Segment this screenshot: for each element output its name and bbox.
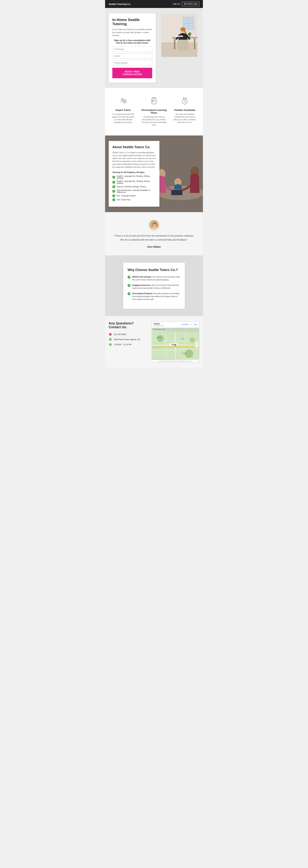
subject-item: ESL: Language Studies xyxy=(112,194,156,197)
about-title: About Seattle Tutors Co. xyxy=(112,145,156,149)
call-label: Call Us: xyxy=(173,3,180,5)
schedule-icon xyxy=(172,97,197,106)
svg-point-40 xyxy=(153,222,156,225)
contact-address-item: 5250 North Road, Atlanta, GA xyxy=(109,338,148,341)
why-section: Why Choose Seattle Tutors Co.? Efficient… xyxy=(105,255,203,316)
check-icon xyxy=(112,185,115,188)
why-title: Why Choose Seattle Tutors Co.? xyxy=(128,268,180,272)
subject-item: Special Education: Learning Disabilities… xyxy=(112,189,156,193)
hero-form-box: In-Home Seattle Tutoring Let us help you… xyxy=(109,13,156,83)
hero-photo xyxy=(161,13,197,57)
hero-title: In-Home Seattle Tutoring xyxy=(112,18,152,26)
map-city: Atlanta xyxy=(154,323,164,325)
email-input[interactable] xyxy=(112,53,152,59)
contact-title-line2: Contact Us: xyxy=(109,325,148,329)
save-link[interactable]: Save xyxy=(193,323,197,326)
contact-title: Any Questions? Contact Us: xyxy=(109,321,148,329)
feature-learning-plans-title: Personalized Learning Plans xyxy=(141,109,167,114)
svg-text:Smyrna: Smyrna xyxy=(182,352,186,354)
why-point: Engaging Instructors: All of our instruc… xyxy=(128,284,180,290)
check-icon xyxy=(128,284,130,287)
location-icon xyxy=(109,338,112,341)
hero-subtitle: Let us help you improve your grades and … xyxy=(112,28,152,37)
contact-hours: 7:00 AM - 11:30 PM xyxy=(114,343,131,346)
check-icon xyxy=(112,198,115,201)
svg-rect-15 xyxy=(176,35,183,37)
svg-rect-6 xyxy=(174,38,175,49)
navbar: Seattle Tutoring Co. Call Us: 567-876-12… xyxy=(105,0,203,8)
svg-text:Tucker: Tucker xyxy=(181,338,184,339)
hero-image xyxy=(159,13,199,57)
map-body: Atlanta Marietta Tucker Smyrna + − xyxy=(152,331,199,360)
svg-text:✆: ✆ xyxy=(110,334,111,336)
feature-expert-tutors: Expert Tutors Our experienced tutors wil… xyxy=(109,95,138,128)
check-icon xyxy=(112,194,115,197)
feature-learning-plans: Personalized Learning Plans Get learning… xyxy=(140,95,168,128)
subject-item: Text / Exam Prep xyxy=(112,198,156,201)
why-points-list: Efficient and strategic: Our sessions an… xyxy=(128,276,180,301)
svg-rect-37 xyxy=(171,190,182,195)
svg-line-30 xyxy=(185,102,186,102)
testimonial-name: Alice Walker xyxy=(112,245,196,248)
why-point: Efficient and strategic: Our sessions an… xyxy=(128,276,180,281)
hero-cta-text: Sign up for a free consultation with one… xyxy=(112,39,152,44)
svg-text:+: + xyxy=(196,342,197,344)
subjects-list: English: Language Arts, Reading, Writing… xyxy=(112,175,156,201)
map-actions: Directions ★ Save xyxy=(182,323,197,326)
about-subjects-title: Tutoring for All Subjects, All Ages: xyxy=(112,171,156,173)
svg-point-44 xyxy=(110,339,111,340)
why-point: Personalized Programs: We pride ourselve… xyxy=(128,292,180,301)
hero-section: In-Home Seattle Tutoring Let us help you… xyxy=(105,8,203,88)
map-location: Atlanta Georgia, USA xyxy=(154,323,164,327)
phone-input[interactable] xyxy=(112,60,152,66)
map-container[interactable]: Atlanta Georgia, USA Directions ★ Save V… xyxy=(152,321,199,363)
svg-point-56 xyxy=(175,345,176,346)
subject-item: English: Language Arts, Reading, Writing… xyxy=(112,175,156,179)
contact-info: Any Questions? Contact Us: ✆ 512-467-890… xyxy=(109,321,148,348)
feature-expert-tutors-title: Expert Tutors xyxy=(111,109,136,112)
contact-address: 5250 North Road, Atlanta, GA xyxy=(114,338,140,341)
map-header: Atlanta Georgia, USA Directions ★ Save xyxy=(152,322,199,328)
phone-icon: ✆ xyxy=(109,333,112,336)
site-logo: Seattle Tutoring Co. xyxy=(109,3,131,5)
features-section: Expert Tutors Our experienced tutors wil… xyxy=(105,88,203,135)
feature-flexible-schedules-desc: Our tutors are available multiple times … xyxy=(172,113,197,124)
svg-point-27 xyxy=(152,101,153,102)
feature-flexible-schedules: Flexible Schedules Our tutors are availa… xyxy=(170,95,199,128)
view-larger-map-link[interactable]: View larger map xyxy=(152,328,199,331)
contact-section: Any Questions? Contact Us: ✆ 512-467-890… xyxy=(105,316,203,368)
nav-phone-number: 567-876-1229 xyxy=(182,2,199,6)
why-box: Why Choose Seattle Tutors Co.? Efficient… xyxy=(123,262,185,309)
first-name-input[interactable] xyxy=(112,46,152,52)
map-state: Georgia, USA xyxy=(154,325,164,327)
clock-icon xyxy=(109,343,112,346)
svg-text:−: − xyxy=(196,345,197,347)
testimonial-quote: “There is a lot of care put forth from t… xyxy=(112,234,196,242)
svg-point-14 xyxy=(188,33,190,35)
subject-item: English: Language Arts, Reading, Writing… xyxy=(112,180,156,184)
check-icon xyxy=(112,190,115,193)
svg-point-50 xyxy=(157,335,163,342)
contact-hours-item: 7:00 AM - 11:30 PM xyxy=(109,343,148,346)
feature-expert-tutors-desc: Our experienced tutors will guide you to… xyxy=(111,113,136,124)
hero-form: BOOK FREE CONSULTATION xyxy=(112,46,152,78)
nav-call: Call Us: 567-876-1229 xyxy=(173,2,199,6)
map-footer: Map data ©2019 Google Terms of Use Repor… xyxy=(152,360,199,362)
svg-point-26 xyxy=(152,100,153,101)
contact-phone: 512-467-8903 xyxy=(114,333,126,336)
about-box: About Seattle Tutors Co. Seattle Tutors … xyxy=(109,141,159,207)
feature-flexible-schedules-title: Flexible Schedules xyxy=(172,109,197,112)
about-text: Seattle Tutors Co. is a leader in provid… xyxy=(112,151,156,168)
contact-title-line1: Any Questions? xyxy=(109,321,148,325)
book-consultation-button[interactable]: BOOK FREE CONSULTATION xyxy=(112,68,152,78)
feature-learning-plans-desc: Get learning plans that are personalized… xyxy=(141,116,167,126)
subject-item: Science: Chemistry, Biology, Physics xyxy=(112,185,156,188)
svg-point-25 xyxy=(152,100,153,100)
svg-rect-7 xyxy=(194,38,195,49)
check-icon xyxy=(128,292,130,295)
testimonial-avatar xyxy=(149,219,159,230)
directions-link[interactable]: Directions xyxy=(182,323,189,326)
svg-point-52 xyxy=(190,338,195,343)
check-icon xyxy=(128,276,130,279)
testimonial-section: “There is a lot of care put forth from t… xyxy=(105,212,203,255)
